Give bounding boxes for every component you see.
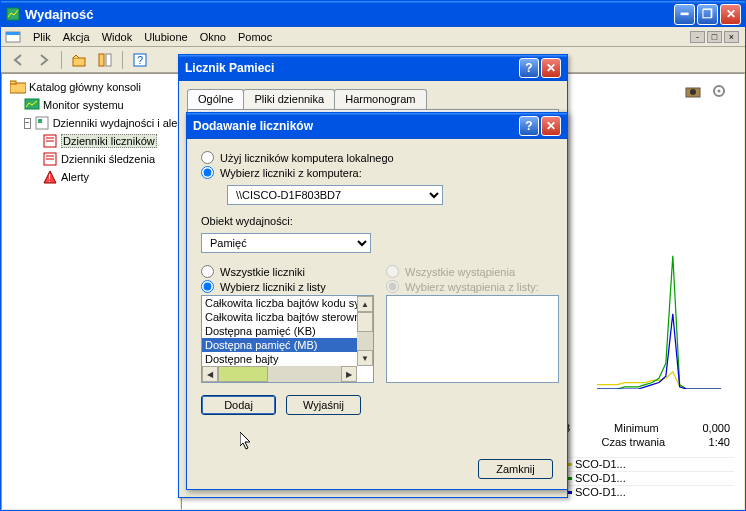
- perf-icon: [5, 6, 21, 22]
- counters-listbox[interactable]: Całkowita liczba bajtów kodu syCałkowita…: [201, 295, 374, 383]
- stats-panel: 03Minimum0,000 Czas trwania1:40: [554, 421, 734, 449]
- logs-icon: [34, 115, 50, 131]
- tree-alerts[interactable]: ! Alerty: [6, 168, 176, 186]
- mmc-icon: [5, 29, 21, 45]
- collapse-icon[interactable]: −: [24, 118, 31, 129]
- svg-text:!: !: [48, 172, 51, 184]
- svg-point-23: [718, 90, 721, 93]
- dialog2-close-button[interactable]: ✕: [541, 116, 561, 136]
- svg-rect-10: [25, 99, 39, 109]
- mdi-restore-button[interactable]: □: [707, 31, 722, 43]
- menu-window[interactable]: Okno: [194, 29, 232, 45]
- menubar: Plik Akcja Widok Ulubione Okno Pomoc - □…: [1, 27, 745, 47]
- object-combo[interactable]: Pamięć: [201, 233, 371, 253]
- menu-view[interactable]: Widok: [96, 29, 139, 45]
- up-button[interactable]: [68, 49, 90, 71]
- radio-all-counters-input[interactable]: [201, 265, 214, 278]
- radio-select-instances: Wybierz wystąpienia z listy:: [386, 280, 559, 293]
- radio-select-computer[interactable]: Wybierz liczniki z komputera:: [201, 166, 553, 179]
- scroll-down-button[interactable]: ▼: [357, 350, 373, 366]
- close-button[interactable]: ✕: [720, 4, 741, 25]
- folder-icon: [10, 79, 26, 95]
- computer-combo[interactable]: \\CISCO-D1F803BD7: [227, 185, 443, 205]
- scroll-up-button[interactable]: ▲: [357, 296, 373, 312]
- minimize-button[interactable]: ━: [674, 4, 695, 25]
- svg-rect-3: [73, 58, 85, 66]
- tree-root[interactable]: Katalog główny konsoli: [6, 78, 176, 96]
- dialog1-title: Licznik Pamieci: [185, 61, 519, 75]
- monitor-icon: [24, 97, 40, 113]
- tab-logfiles[interactable]: Pliki dziennika: [243, 89, 335, 109]
- scroll-thumb[interactable]: [357, 312, 373, 332]
- settings-icon[interactable]: [708, 80, 730, 102]
- dialog2-title: Dodawanie liczników: [193, 119, 519, 133]
- console-tree[interactable]: Katalog główny konsoli Monitor systemu −…: [1, 73, 181, 510]
- main-title: Wydajność: [25, 7, 674, 22]
- alert-icon: !: [42, 169, 58, 185]
- camera-icon[interactable]: [682, 80, 704, 102]
- radio-local-computer[interactable]: Użyj liczników komputera lokalnego: [201, 151, 553, 164]
- tree-logs[interactable]: − Dzienniki wydajności i aler: [6, 114, 176, 132]
- dialog2-help-button[interactable]: ?: [519, 116, 539, 136]
- legend-row[interactable]: SCO-D1...: [554, 485, 734, 499]
- maximize-button[interactable]: ❐: [697, 4, 718, 25]
- menu-action[interactable]: Akcja: [57, 29, 96, 45]
- dialog1-help-button[interactable]: ?: [519, 58, 539, 78]
- legend-row[interactable]: SCO-D1...: [554, 471, 734, 485]
- scroll-left-button[interactable]: ◀: [202, 366, 218, 382]
- counter-log-icon: [42, 133, 58, 149]
- radio-select-counters[interactable]: Wybierz liczniki z listy: [201, 280, 374, 293]
- min-label: Minimum: [614, 422, 659, 434]
- counter-item[interactable]: Dostępne bajty: [202, 352, 357, 366]
- cursor-icon: [240, 432, 255, 452]
- radio-local-computer-input[interactable]: [201, 151, 214, 164]
- dialog2-titlebar: Dodawanie liczników ? ✕: [187, 113, 567, 139]
- close-dialog-button[interactable]: Zamknij: [478, 459, 553, 479]
- duration-label: Czas trwania: [602, 436, 666, 448]
- tab-general[interactable]: Ogólne: [187, 89, 244, 109]
- radio-select-computer-input[interactable]: [201, 166, 214, 179]
- dialog1-titlebar: Licznik Pamieci ? ✕: [179, 55, 567, 81]
- tree-monitor[interactable]: Monitor systemu: [6, 96, 176, 114]
- help-button[interactable]: ?: [129, 49, 151, 71]
- scroll-right-button[interactable]: ▶: [341, 366, 357, 382]
- counter-item[interactable]: Dostępna pamięć (KB): [202, 324, 357, 338]
- back-button[interactable]: [7, 49, 29, 71]
- hscrollbar[interactable]: ◀ ▶: [202, 366, 357, 382]
- counter-item[interactable]: Całkowita liczba bajtów sterown: [202, 310, 357, 324]
- dialog1-tabs: Ogólne Pliki dziennika Harmonogram: [179, 81, 567, 109]
- object-label: Obiekt wydajności:: [201, 215, 553, 227]
- tree-trace-logs[interactable]: Dzienniki śledzenia: [6, 150, 176, 168]
- tree-counter-logs[interactable]: Dzienniki liczników: [6, 132, 176, 150]
- legend-row[interactable]: SCO-D1...: [554, 457, 734, 471]
- counter-item[interactable]: Dostępna pamięć (MB): [202, 338, 357, 352]
- menu-favorites[interactable]: Ulubione: [138, 29, 193, 45]
- menu-file[interactable]: Plik: [27, 29, 57, 45]
- main-titlebar: Wydajność ━ ❐ ✕: [1, 1, 745, 27]
- instances-listbox[interactable]: [386, 295, 559, 383]
- svg-rect-9: [10, 81, 16, 84]
- show-hide-button[interactable]: [94, 49, 116, 71]
- svg-rect-12: [38, 119, 42, 123]
- mdi-minimize-button[interactable]: -: [690, 31, 705, 43]
- explain-button[interactable]: Wyjaśnij: [286, 395, 361, 415]
- add-button[interactable]: Dodaj: [201, 395, 276, 415]
- svg-point-21: [690, 89, 696, 95]
- forward-button[interactable]: [33, 49, 55, 71]
- radio-all-instances: Wszystkie wystąpienia: [386, 265, 559, 278]
- dialog1-close-button[interactable]: ✕: [541, 58, 561, 78]
- vscrollbar[interactable]: ▲ ▼: [357, 296, 373, 366]
- min-value: 0,000: [702, 422, 730, 434]
- radio-all-counters[interactable]: Wszystkie liczniki: [201, 265, 374, 278]
- legend-rows: SCO-D1... SCO-D1... SCO-D1...: [554, 457, 734, 499]
- tab-schedule[interactable]: Harmonogram: [334, 89, 426, 109]
- mdi-close-button[interactable]: ×: [724, 31, 739, 43]
- perf-chart: [584, 174, 734, 389]
- radio-select-counters-input[interactable]: [201, 280, 214, 293]
- menu-help[interactable]: Pomoc: [232, 29, 278, 45]
- hscroll-thumb[interactable]: [218, 366, 268, 382]
- counter-item[interactable]: Całkowita liczba bajtów kodu sy: [202, 296, 357, 310]
- radio-all-instances-input: [386, 265, 399, 278]
- chart-svg: [584, 174, 734, 389]
- radio-select-instances-input: [386, 280, 399, 293]
